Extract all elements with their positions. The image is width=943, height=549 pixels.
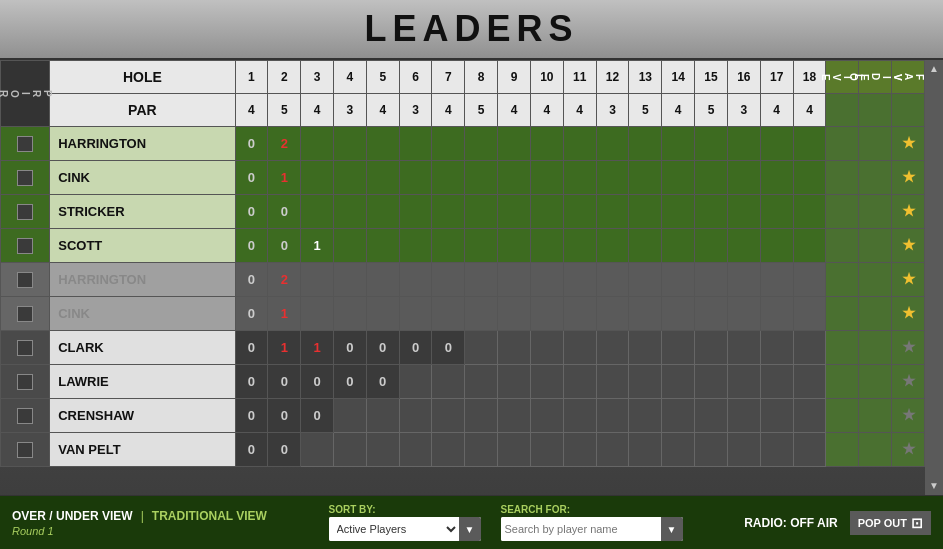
scrollbar: ▲ ▼ bbox=[925, 60, 943, 495]
score-cell bbox=[727, 127, 760, 161]
par-row: PAR 4 5 4 3 4 3 4 5 4 4 4 3 bbox=[1, 94, 925, 127]
score-cell bbox=[662, 195, 695, 229]
sort-dropdown-arrow[interactable]: ▼ bbox=[459, 517, 481, 541]
score-cell bbox=[662, 127, 695, 161]
bottom-bar: OVER / UNDER VIEW | TRADITIONAL VIEW Rou… bbox=[0, 495, 943, 549]
score-cell: 0 bbox=[235, 263, 268, 297]
score-cell bbox=[629, 229, 662, 263]
score-cell: 1 bbox=[301, 331, 334, 365]
player-name[interactable]: LAWRIE bbox=[50, 365, 235, 399]
fav-cell[interactable]: ★ bbox=[892, 433, 925, 467]
score-cell bbox=[333, 263, 366, 297]
fav-cell[interactable]: ★ bbox=[892, 331, 925, 365]
live-cell bbox=[826, 195, 859, 229]
prior-cell bbox=[1, 433, 50, 467]
prior-cell bbox=[1, 331, 50, 365]
score-cell bbox=[695, 433, 728, 467]
player-name[interactable]: HARRINGTON bbox=[50, 263, 235, 297]
player-name[interactable]: CINK bbox=[50, 161, 235, 195]
score-cell bbox=[530, 297, 563, 331]
fav-cell[interactable]: ★ bbox=[892, 297, 925, 331]
hole-5: 5 bbox=[366, 61, 399, 94]
prior-cell bbox=[1, 229, 50, 263]
video-cell bbox=[859, 331, 892, 365]
video-cell bbox=[859, 433, 892, 467]
video-header: VIDEO bbox=[859, 61, 892, 94]
score-cell bbox=[399, 433, 432, 467]
bottom-left: OVER / UNDER VIEW | TRADITIONAL VIEW Rou… bbox=[12, 509, 267, 537]
prior-cell bbox=[1, 297, 50, 331]
score-cell: 0 bbox=[268, 229, 301, 263]
score-cell bbox=[662, 263, 695, 297]
score-cell bbox=[399, 127, 432, 161]
score-cell bbox=[760, 331, 793, 365]
score-cell bbox=[727, 297, 760, 331]
fav-cell[interactable]: ★ bbox=[892, 399, 925, 433]
player-row: LAWRIE00000★ bbox=[1, 365, 925, 399]
score-cell bbox=[530, 127, 563, 161]
scoreboard-area: PRIOR HOLE 1 2 3 4 5 6 7 8 9 10 bbox=[0, 60, 943, 495]
player-name[interactable]: CINK bbox=[50, 297, 235, 331]
player-name[interactable]: HARRINGTON bbox=[50, 127, 235, 161]
score-cell bbox=[596, 229, 629, 263]
score-cell bbox=[563, 161, 596, 195]
fav-cell[interactable]: ★ bbox=[892, 263, 925, 297]
score-cell: 0 bbox=[235, 331, 268, 365]
fav-cell[interactable]: ★ bbox=[892, 127, 925, 161]
fav-cell[interactable]: ★ bbox=[892, 229, 925, 263]
player-name[interactable]: CRENSHAW bbox=[50, 399, 235, 433]
score-cell bbox=[530, 195, 563, 229]
score-cell bbox=[727, 229, 760, 263]
score-cell bbox=[530, 433, 563, 467]
video-cell bbox=[859, 195, 892, 229]
sort-dropdown[interactable]: Active Players By Score By Name bbox=[329, 517, 459, 541]
score-cell: 2 bbox=[268, 127, 301, 161]
fav-cell[interactable]: ★ bbox=[892, 195, 925, 229]
score-cell bbox=[629, 263, 662, 297]
score-cell bbox=[301, 297, 334, 331]
score-cell: 0 bbox=[235, 127, 268, 161]
search-wrapper: ▼ bbox=[501, 517, 683, 541]
player-name[interactable]: STRICKER bbox=[50, 195, 235, 229]
view-links: OVER / UNDER VIEW | TRADITIONAL VIEW bbox=[12, 509, 267, 523]
score-cell bbox=[399, 229, 432, 263]
score-cell bbox=[301, 127, 334, 161]
search-control: SEARCH FOR: ▼ bbox=[501, 504, 683, 541]
over-under-view-link[interactable]: OVER / UNDER VIEW bbox=[12, 509, 133, 523]
search-input[interactable] bbox=[501, 517, 661, 541]
prior-cell bbox=[1, 127, 50, 161]
score-cell bbox=[366, 229, 399, 263]
scroll-up[interactable]: ▲ bbox=[925, 60, 943, 78]
score-cell: 0 bbox=[366, 365, 399, 399]
scroll-down[interactable]: ▼ bbox=[925, 477, 943, 495]
score-cell bbox=[366, 195, 399, 229]
video-cell bbox=[859, 263, 892, 297]
score-cell bbox=[563, 297, 596, 331]
pop-out-button[interactable]: POP OUT ⊡ bbox=[850, 511, 931, 535]
sort-label: SORT BY: bbox=[329, 504, 481, 515]
hole-6: 6 bbox=[399, 61, 432, 94]
fav-cell[interactable]: ★ bbox=[892, 365, 925, 399]
player-row: HARRINGTON02★ bbox=[1, 127, 925, 161]
score-cell bbox=[465, 195, 498, 229]
traditional-view-link[interactable]: TRADITIONAL VIEW bbox=[152, 509, 267, 523]
score-cell bbox=[498, 263, 531, 297]
prior-cell bbox=[1, 365, 50, 399]
score-cell: 0 bbox=[366, 331, 399, 365]
score-cell bbox=[301, 263, 334, 297]
score-cell: 0 bbox=[268, 433, 301, 467]
sort-dropdown-wrapper: Active Players By Score By Name ▼ bbox=[329, 517, 481, 541]
score-cell bbox=[498, 399, 531, 433]
player-name[interactable]: VAN PELT bbox=[50, 433, 235, 467]
score-cell bbox=[695, 229, 728, 263]
score-cell bbox=[662, 229, 695, 263]
score-cell bbox=[530, 365, 563, 399]
player-name[interactable]: CLARK bbox=[50, 331, 235, 365]
player-name[interactable]: SCOTT bbox=[50, 229, 235, 263]
score-cell bbox=[498, 331, 531, 365]
score-cell bbox=[629, 161, 662, 195]
search-label: SEARCH FOR: bbox=[501, 504, 683, 515]
fav-cell[interactable]: ★ bbox=[892, 161, 925, 195]
score-cell bbox=[629, 365, 662, 399]
search-dropdown-arrow[interactable]: ▼ bbox=[661, 517, 683, 541]
